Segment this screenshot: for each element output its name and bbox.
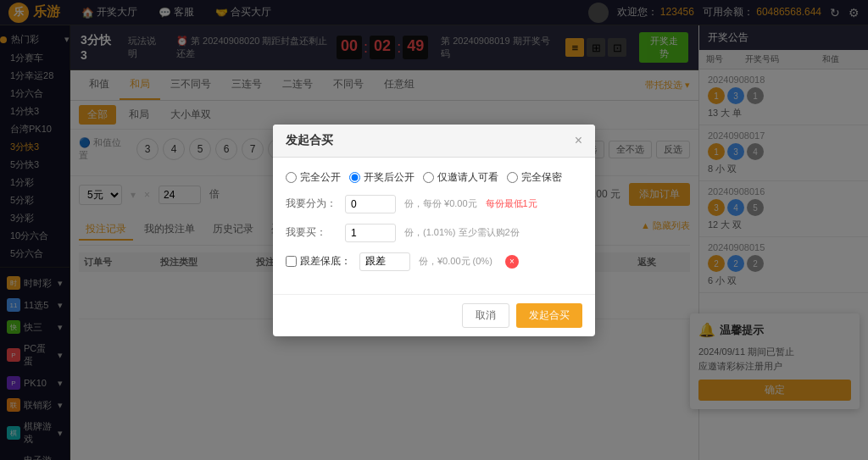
modal-buy-label: 我要买： <box>286 225 337 240</box>
modal-checkbox[interactable] <box>286 256 297 267</box>
modal-confirm-button[interactable]: 发起合买 <box>516 303 582 328</box>
radio-after-draw-input[interactable] <box>349 172 360 183</box>
radio-private-input[interactable] <box>507 172 518 183</box>
modal-shares-hint: 每份最低1元 <box>486 197 537 210</box>
modal-visibility-row: 完全公开 开奖后公开 仅邀请人可看 完全保密 <box>286 170 582 185</box>
modal-shares-label: 我要分为： <box>286 197 337 211</box>
radio-invite-only[interactable]: 仅邀请人可看 <box>423 170 498 185</box>
radio-private[interactable]: 完全保密 <box>507 170 562 185</box>
modal-shares-row: 我要分为： 份，每份 ¥0.00元 每份最低1元 <box>286 195 582 213</box>
radio-public-input[interactable] <box>286 172 297 183</box>
modal-genpotential-text: 份，¥0.00元 (0%) <box>419 255 492 268</box>
modal-shares-text: 份，每份 ¥0.00元 <box>404 197 477 210</box>
modal-shares-input[interactable] <box>345 195 396 213</box>
radio-after-draw[interactable]: 开奖后公开 <box>349 170 415 185</box>
modal-combine: 发起合买 × 完全公开 开奖后公开 仅邀请人可看 完全保密 <box>273 125 595 336</box>
modal-overlay[interactable]: 发起合买 × 完全公开 开奖后公开 仅邀请人可看 完全保密 <box>0 0 868 460</box>
modal-checkbox-row: 跟差保底： 份，¥0.00元 (0%) × <box>286 252 582 271</box>
modal-buy-input[interactable] <box>345 224 396 242</box>
modal-body: 完全公开 开奖后公开 仅邀请人可看 完全保密 我要分为： 份，每份 ¥0.00元… <box>273 158 595 294</box>
modal-header: 发起合买 × <box>273 125 595 158</box>
modal-buy-text: 份，(1.01%) 至少需认购2份 <box>404 226 520 239</box>
radio-public[interactable]: 完全公开 <box>286 170 341 185</box>
modal-buy-row: 我要买： 份，(1.01%) 至少需认购2份 <box>286 224 582 242</box>
modal-clear-btn[interactable]: × <box>505 255 519 269</box>
modal-close-button[interactable]: × <box>575 133 582 148</box>
modal-cancel-button[interactable]: 取消 <box>462 303 509 328</box>
modal-title: 发起合买 <box>286 133 333 148</box>
modal-footer: 取消 发起合买 <box>273 294 595 336</box>
radio-invite-input[interactable] <box>423 172 434 183</box>
modal-checkbox-label[interactable]: 跟差保底： <box>286 254 351 269</box>
modal-genpotential-input[interactable] <box>359 252 410 271</box>
